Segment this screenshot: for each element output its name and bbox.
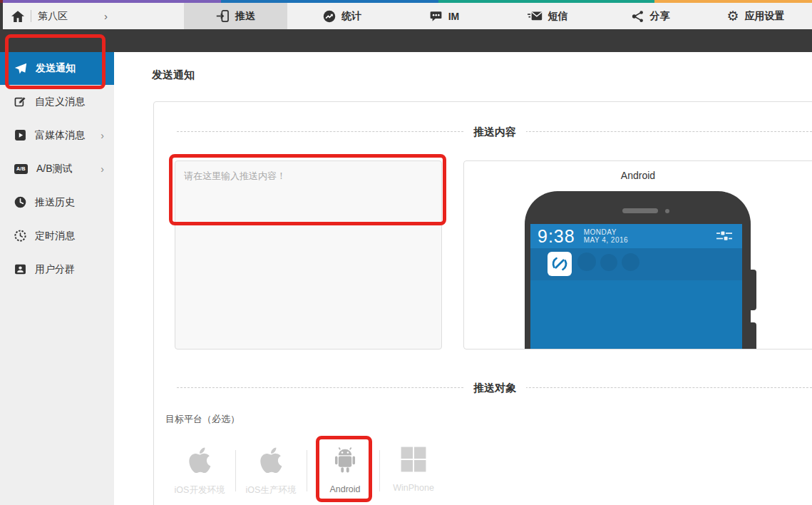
android-phone-mockup: 9:38 MONDAY MAY 4, 2016: [525, 191, 751, 350]
sidebar-item-custom-message[interactable]: 自定义消息: [0, 85, 114, 118]
sidebar-item-label: 推送历史: [35, 196, 75, 209]
target-platform-label: 目标平台（必选）: [165, 413, 240, 426]
section-label-push-target: 推送对象: [463, 382, 526, 395]
push-icon: [216, 9, 230, 23]
status-calendar-date: MAY 4, 2016: [584, 236, 628, 244]
sms-icon: [528, 10, 543, 22]
platform-ios-dev[interactable]: iOS开发环境: [164, 446, 235, 496]
tab-im[interactable]: IM: [405, 3, 483, 29]
apple-icon: [187, 446, 212, 474]
chevron-right-icon[interactable]: ›: [104, 10, 108, 22]
tab-sms[interactable]: 短信: [505, 3, 590, 29]
ghost-placeholder: [577, 252, 596, 271]
platform-ios-prod[interactable]: iOS生产环境: [235, 446, 307, 496]
platform-winphone[interactable]: WinPhone: [378, 446, 449, 493]
ab-test-icon: A/B: [14, 164, 28, 174]
preview-device-label: Android: [621, 170, 655, 181]
tab-label: 短信: [548, 10, 568, 23]
phone-camera: [665, 209, 669, 213]
page-title: 发送通知: [152, 68, 195, 82]
im-icon: [429, 10, 443, 23]
sidebar-item-label: 发送通知: [36, 62, 76, 75]
history-clock-icon: [14, 196, 26, 208]
project-name: 第八区: [38, 10, 68, 23]
sidebar-item-label: 定时消息: [35, 230, 75, 243]
sidebar: 发送通知 自定义消息 富媒体消息 › A/B A/B测试 › 推送历史: [0, 52, 114, 505]
windows-icon: [400, 446, 427, 473]
android-icon: [333, 446, 357, 474]
home-icon[interactable]: [11, 11, 24, 22]
sidebar-item-scheduled-message[interactable]: 定时消息: [0, 219, 114, 252]
chevron-right-icon: ›: [101, 130, 104, 141]
tab-stats[interactable]: 统计: [299, 3, 385, 29]
left-edge-sliver: [0, 3, 3, 29]
gear-icon: ⚙: [726, 9, 739, 23]
user-group-icon: [14, 263, 26, 275]
phone-screen: 9:38 MONDAY MAY 4, 2016: [530, 224, 742, 350]
push-content-input[interactable]: [175, 160, 442, 350]
stats-icon: [323, 10, 336, 23]
section-label-push-content: 推送内容: [463, 126, 526, 139]
send-icon: [14, 63, 27, 75]
sidebar-item-label: 用户分群: [35, 263, 75, 276]
timer-icon: [14, 230, 26, 242]
app-logo-icon: [548, 252, 572, 276]
phone-speaker: [622, 208, 658, 213]
platform-label: Android: [309, 484, 381, 494]
notification-row: [530, 248, 742, 280]
tab-label: 应用设置: [745, 10, 785, 23]
sidebar-item-ab-test[interactable]: A/B A/B测试 ›: [0, 152, 114, 185]
sliders-icon: [716, 230, 732, 242]
tab-app-settings[interactable]: ⚙ 应用设置: [702, 3, 809, 29]
tab-label: IM: [448, 11, 460, 22]
sidebar-item-label: 富媒体消息: [35, 129, 85, 142]
project-selector[interactable]: 第八区 ›: [11, 3, 108, 29]
tab-push[interactable]: 推送: [184, 3, 287, 29]
sidebar-item-send-notification[interactable]: 发送通知: [0, 52, 114, 85]
chevron-right-icon: ›: [101, 163, 104, 175]
ghost-placeholder: [622, 253, 639, 271]
platform-android[interactable]: Android: [309, 446, 381, 494]
rich-media-icon: [14, 129, 26, 141]
platform-separator: [307, 450, 307, 491]
edit-icon: [14, 96, 26, 108]
tab-share[interactable]: 分享: [606, 3, 695, 29]
sidebar-item-label: A/B测试: [36, 163, 73, 175]
status-weekday: MONDAY: [584, 228, 617, 236]
platform-label: iOS开发环境: [164, 484, 235, 496]
share-icon: [632, 10, 644, 23]
sidebar-item-rich-media[interactable]: 富媒体消息 ›: [0, 118, 114, 152]
sidebar-item-user-segment[interactable]: 用户分群: [0, 252, 114, 286]
apple-icon: [259, 446, 283, 474]
status-time: 9:38: [538, 226, 575, 247]
ghost-placeholder: [600, 254, 617, 271]
main-content: 发送通知 推送内容 Android 9:38 MONDAY MAY 4, 201: [114, 52, 812, 505]
dark-header-bar: [0, 29, 812, 52]
tab-label: 统计: [341, 10, 361, 23]
sidebar-item-label: 自定义消息: [35, 96, 85, 108]
top-navigation-bar: 第八区 › 推送 统计 IM 短信: [0, 3, 812, 29]
platform-label: iOS生产环境: [235, 484, 307, 496]
phone-statusbar: 9:38 MONDAY MAY 4, 2016: [530, 224, 742, 248]
tab-label: 推送: [235, 10, 255, 23]
app-window: 第八区 › 推送 统计 IM 短信: [0, 0, 812, 505]
platform-label: WinPhone: [378, 483, 449, 493]
divider: [31, 10, 31, 22]
sidebar-item-push-history[interactable]: 推送历史: [0, 185, 114, 219]
device-preview-card: Android 9:38 MONDAY MAY 4, 2016: [463, 160, 812, 350]
status-date: MONDAY MAY 4, 2016: [584, 228, 628, 244]
tab-label: 分享: [650, 10, 670, 23]
